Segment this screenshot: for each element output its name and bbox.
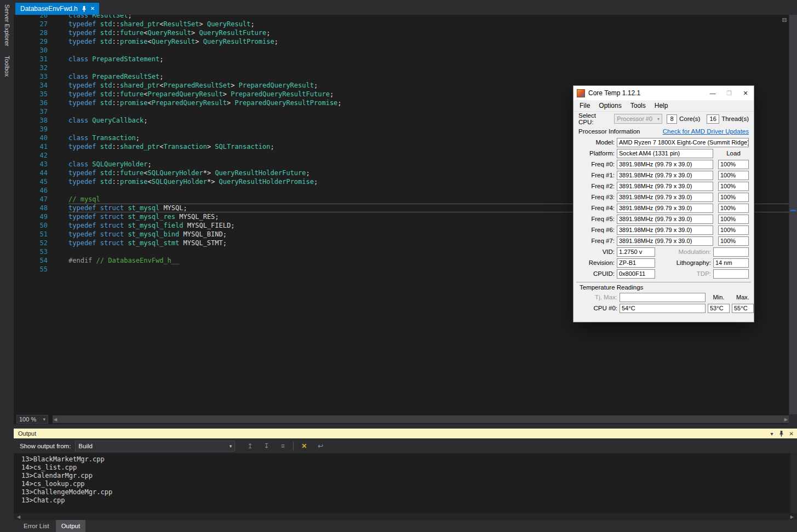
freq-value: 3891.98MHz (99.79 x 39.0)	[617, 193, 713, 202]
code-line-32[interactable]: 32	[14, 63, 789, 72]
cpuid-row: CPUID: 0x800F11 TDP:	[574, 268, 754, 279]
line-number: 29	[14, 37, 48, 46]
tdp-value	[713, 269, 749, 279]
output-panel-header[interactable]: Output ▾ ✕	[14, 429, 797, 438]
menu-tools[interactable]: Tools	[626, 101, 650, 111]
line-number: 44	[14, 169, 48, 177]
code-text	[68, 46, 789, 55]
tdp-label: TDP:	[655, 270, 711, 277]
messages-list-icon[interactable]: ≡	[277, 441, 289, 452]
document-tab[interactable]: DatabaseEnvFwd.h ✕	[15, 3, 99, 15]
clear-all-icon[interactable]: ✕	[298, 441, 310, 452]
sidebar-tab-toolbox[interactable]: Toolbox	[4, 56, 10, 77]
frequency-rows: Freq #0:3891.98MHz (99.79 x 39.0)100%Fre…	[574, 159, 754, 246]
cores-label: Core(s)	[679, 115, 700, 122]
output-text-area[interactable]: 13>BlackMarketMgr.cpp14>cs_list.cpp13>Ca…	[14, 453, 797, 513]
editor-horizontal-scrollbar[interactable]: ◀ ▶	[53, 415, 789, 423]
scroll-left-icon[interactable]: ◀	[17, 514, 20, 519]
temperature-readings-title: Temperature Readings	[576, 284, 751, 292]
word-wrap-icon[interactable]: ↩	[314, 441, 326, 452]
zoom-select[interactable]: 100 % ▾	[16, 415, 48, 424]
output-vertical-scrollbar[interactable]	[790, 453, 797, 513]
freq-row: Freq #0:3891.98MHz (99.79 x 39.0)100%	[574, 159, 754, 170]
output-line: 13>ChallengeModeMgr.cpp	[21, 488, 797, 496]
lithography-label: Lithography:	[655, 259, 711, 266]
output-line: 13>Chat.cpp	[21, 496, 797, 505]
code-line-30[interactable]: 30	[14, 46, 789, 55]
coretemp-title: Core Temp 1.12.1	[588, 89, 640, 97]
select-cpu-row: Select CPU: Processor #0 ▾ 8 Core(s) 16 …	[574, 112, 754, 126]
line-number: 51	[14, 230, 48, 239]
line-number: 34	[14, 81, 48, 90]
output-source-dropdown[interactable]: Build ▾	[75, 441, 235, 452]
tab-error-list[interactable]: Error List	[18, 520, 55, 532]
zoom-value: 100 %	[19, 416, 36, 423]
temperature-group: Temperature Readings Tj. Max: Min. Max. …	[576, 282, 751, 314]
threads-label: Thread(s)	[721, 115, 749, 122]
output-horizontal-scrollbar[interactable]: ◀ ▶	[14, 513, 797, 520]
code-line-29[interactable]: 29typedef std::promise<QueryResult> Quer…	[14, 37, 789, 46]
menu-help[interactable]: Help	[650, 101, 673, 111]
coretemp-titlebar[interactable]: Core Temp 1.12.1 — ❐ ✕	[574, 86, 754, 100]
freq-row: Freq #4:3891.98MHz (99.79 x 39.0)100%	[574, 203, 754, 213]
freq-value: 3891.98MHz (99.79 x 39.0)	[617, 182, 713, 191]
code-text: typedef std::promise<QueryResult> QueryR…	[68, 37, 789, 46]
output-line: 14>cs_list.cpp	[21, 464, 797, 472]
menu-options[interactable]: Options	[594, 101, 626, 111]
line-number: 27	[14, 20, 48, 28]
toolbar-separator	[293, 442, 294, 450]
code-line-28[interactable]: 28typedef std::future<QueryResult> Query…	[14, 28, 789, 37]
code-line-27[interactable]: 27typedef std::shared_ptr<ResultSet> Que…	[14, 20, 789, 28]
freq-label: Freq #3:	[578, 194, 615, 200]
close-icon[interactable]: ✕	[789, 431, 794, 437]
processor-information-label: Processor Information	[578, 128, 640, 135]
window-position-icon[interactable]: ▾	[771, 431, 773, 437]
code-text: typedef std::shared_ptr<ResultSet> Query…	[68, 20, 789, 28]
processor-dropdown-value: Processor #0	[617, 115, 652, 122]
scroll-left-icon[interactable]: ◀	[54, 417, 57, 422]
output-panel-title: Output	[18, 430, 36, 437]
pin-icon[interactable]	[82, 6, 87, 12]
line-number: 53	[14, 247, 48, 256]
code-line-33[interactable]: 33class PreparedResultSet;	[14, 72, 789, 81]
coretemp-app-icon	[577, 89, 585, 97]
tab-output[interactable]: Output	[56, 520, 86, 532]
freq-value: 3891.98MHz (99.79 x 39.0)	[617, 215, 713, 224]
freq-value: 3891.98MHz (99.79 x 39.0)	[617, 236, 713, 246]
scroll-right-icon[interactable]: ▶	[790, 514, 794, 519]
freq-label: Freq #7:	[578, 238, 615, 244]
line-number: 48	[14, 204, 48, 212]
processor-dropdown[interactable]: Processor #0 ▾	[614, 114, 662, 124]
menu-file[interactable]: File	[575, 101, 594, 111]
tjmax-row: Tj. Max: Min. Max.	[576, 292, 751, 303]
chevron-down-icon: ▾	[43, 417, 45, 422]
revision-label: Revision:	[578, 259, 615, 266]
line-number: 54	[14, 256, 48, 265]
previous-message-icon[interactable]: ↥	[244, 441, 256, 452]
close-icon[interactable]: ✕	[737, 86, 754, 100]
next-message-icon[interactable]: ↧	[260, 441, 272, 452]
driver-updates-link[interactable]: Check for AMD Driver Updates	[663, 128, 749, 135]
close-icon[interactable]: ✕	[90, 6, 95, 11]
code-text: class PreparedStatement;	[68, 55, 789, 63]
freq-load: 100%	[718, 236, 749, 246]
minimize-icon[interactable]: —	[704, 86, 721, 100]
pin-icon[interactable]	[779, 431, 784, 437]
scroll-right-icon[interactable]: ▶	[784, 417, 788, 422]
output-panel: Output ▾ ✕ Show output from: Build ▾ ↥ ↧…	[14, 429, 797, 532]
freq-load: 100%	[718, 171, 749, 180]
vid-row: VID: 1.2750 v Modulation:	[574, 246, 754, 257]
split-editor-icon[interactable]: ⊟	[781, 16, 788, 23]
freq-load: 100%	[718, 225, 749, 235]
editor-vertical-scrollbar[interactable]	[789, 15, 797, 414]
output-line: 13>BlackMarketMgr.cpp	[21, 455, 797, 464]
output-line: 13>CalendarMgr.cpp	[21, 472, 797, 480]
line-number: 37	[14, 107, 48, 116]
chevron-down-icon: ▾	[657, 117, 660, 122]
code-line-31[interactable]: 31class PreparedStatement;	[14, 55, 789, 63]
code-line-26[interactable]: 26class ResultSet;	[14, 15, 789, 20]
freq-label: Freq #1:	[578, 172, 615, 178]
sidebar-tab-server-explorer[interactable]: Server Explorer	[4, 4, 10, 46]
cpu0-temp-value: 54°C	[620, 304, 706, 313]
line-number: 33	[14, 72, 48, 81]
